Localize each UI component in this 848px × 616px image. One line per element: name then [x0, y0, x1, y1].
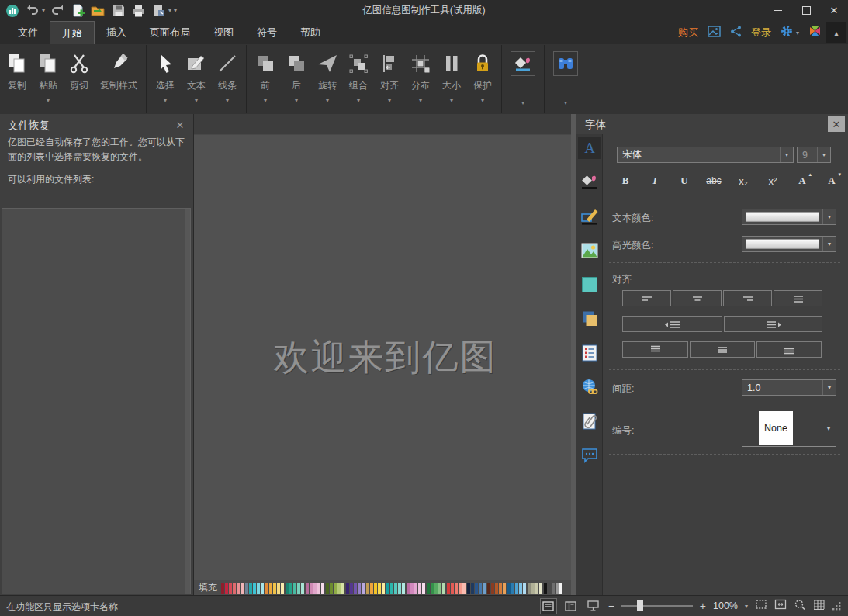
palette-swatch[interactable]	[511, 583, 514, 594]
tab-page-layout[interactable]: 页面布局	[138, 21, 202, 44]
palette-swatch[interactable]	[358, 583, 361, 594]
shrink-font-button[interactable]: A▾	[823, 175, 840, 187]
text-color-dropdown-arrow[interactable]	[822, 209, 836, 224]
sidebar-item-comment[interactable]	[578, 444, 601, 466]
window-resize-grip[interactable]	[832, 601, 842, 611]
palette-swatch[interactable]	[471, 583, 474, 594]
palette-swatch[interactable]	[390, 583, 393, 594]
group-dropdown-arrow[interactable]: ▾	[357, 97, 360, 104]
size-dropdown-arrow[interactable]: ▾	[450, 97, 453, 104]
palette-swatch[interactable]	[414, 583, 417, 594]
file-recovery-list[interactable]	[2, 208, 191, 594]
send-back-dropdown-arrow[interactable]: ▾	[295, 97, 298, 104]
subscript-button[interactable]: x₂	[735, 175, 752, 187]
palette-swatch[interactable]	[451, 583, 454, 594]
vertical-align-bottom-button[interactable]	[756, 341, 822, 358]
bold-button[interactable]: B	[617, 175, 634, 187]
palette-swatch[interactable]	[313, 583, 317, 594]
palette-swatch[interactable]	[422, 583, 425, 594]
find-dropdown-arrow[interactable]: ▾	[564, 99, 567, 106]
palette-swatch[interactable]	[407, 583, 410, 594]
rotate-button[interactable]: 旋转 ▾	[312, 44, 343, 114]
palette-swatch[interactable]	[346, 583, 349, 594]
line-button[interactable]: 线条 ▾	[212, 44, 243, 114]
collapse-ribbon-button[interactable]: ▴	[826, 22, 846, 43]
palette-swatch[interactable]	[317, 583, 320, 594]
sidebar-item-note[interactable]	[578, 341, 601, 364]
format-painter-button[interactable]: 复制样式	[95, 44, 143, 114]
presentation-view-button[interactable]	[586, 599, 601, 614]
italic-button[interactable]: I	[646, 175, 663, 187]
maximize-button[interactable]	[792, 0, 820, 20]
share-icon[interactable]	[730, 26, 742, 40]
palette-swatch[interactable]	[253, 583, 256, 594]
palette-swatch[interactable]	[229, 583, 232, 594]
sidebar-item-shape[interactable]	[578, 273, 601, 296]
palette-swatch[interactable]	[462, 583, 466, 594]
vertical-align-middle-button[interactable]	[690, 341, 755, 358]
file-recovery-close-icon[interactable]: ✕	[173, 119, 187, 132]
font-panel-close-button[interactable]: ✕	[828, 116, 845, 132]
new-file-button[interactable]	[71, 3, 85, 18]
palette-swatch[interactable]	[370, 583, 373, 594]
sidebar-item-attachment[interactable]	[578, 410, 601, 432]
palette-swatch[interactable]	[499, 583, 502, 594]
highlight-color-select[interactable]	[742, 236, 836, 252]
palette-swatch[interactable]	[515, 583, 518, 594]
zoom-out-button[interactable]: −	[608, 600, 614, 611]
palette-swatch[interactable]	[337, 583, 341, 594]
palette-swatch[interactable]	[503, 583, 506, 594]
palette-swatch[interactable]	[286, 583, 289, 594]
group-button[interactable]: 组合 ▾	[343, 44, 374, 114]
increase-indent-button[interactable]	[724, 316, 822, 332]
spacing-dropdown-arrow[interactable]	[822, 380, 836, 395]
minimize-button[interactable]	[764, 0, 792, 20]
palette-swatch[interactable]	[281, 583, 284, 594]
palette-swatch[interactable]	[354, 583, 357, 594]
palette-swatch[interactable]	[378, 583, 381, 594]
canvas-area[interactable]: 欢迎来到亿图 填充	[194, 114, 576, 596]
distribute-dropdown-arrow[interactable]: ▾	[419, 97, 422, 104]
sidebar-item-line[interactable]	[578, 205, 601, 227]
palette-swatch[interactable]	[261, 583, 264, 594]
find-button[interactable]: ▾	[548, 44, 583, 114]
palette-swatch[interactable]	[539, 583, 542, 594]
login-button[interactable]: 登录	[751, 26, 771, 40]
palette-swatch[interactable]	[221, 583, 224, 594]
settings-dropdown-arrow[interactable]: ▾	[796, 29, 799, 36]
palette-swatch[interactable]	[341, 583, 344, 594]
palette-swatch[interactable]	[321, 583, 324, 594]
save-button[interactable]	[111, 3, 126, 18]
tab-file[interactable]: 文件	[6, 21, 50, 44]
palette-swatch[interactable]	[306, 583, 309, 594]
palette-swatch[interactable]	[289, 583, 292, 594]
palette-swatch[interactable]	[455, 583, 458, 594]
sidebar-item-layers[interactable]	[578, 307, 601, 330]
palette-swatch[interactable]	[559, 583, 562, 594]
superscript-button[interactable]: x²	[764, 175, 781, 187]
zoom-slider-thumb[interactable]	[637, 600, 643, 611]
close-button[interactable]: ✕	[820, 0, 848, 20]
size-button[interactable]: 大小 ▾	[436, 44, 467, 114]
align-right-button[interactable]	[723, 290, 772, 306]
zoom-region-icon[interactable]	[794, 599, 806, 614]
paste-button[interactable]: 粘贴 ▾	[33, 44, 64, 114]
tab-view[interactable]: 视图	[202, 21, 245, 44]
palette-swatch[interactable]	[362, 583, 365, 594]
palette-swatch[interactable]	[442, 583, 445, 594]
align-justify-button[interactable]	[774, 290, 822, 306]
decrease-indent-button[interactable]	[622, 316, 722, 332]
undo-dropdown-arrow[interactable]: ▾	[42, 7, 45, 14]
text-dropdown-arrow[interactable]: ▾	[195, 97, 198, 104]
palette-swatch[interactable]	[398, 583, 401, 594]
font-size-select[interactable]: 9	[797, 147, 831, 163]
palette-swatch[interactable]	[438, 583, 441, 594]
palette-swatch[interactable]	[418, 583, 421, 594]
palette-swatch[interactable]	[273, 583, 276, 594]
palette-swatch[interactable]	[297, 583, 300, 594]
settings-gear-icon[interactable]	[781, 25, 793, 40]
palette-swatch[interactable]	[483, 583, 486, 594]
palette-swatch[interactable]	[519, 583, 522, 594]
spacing-select[interactable]: 1.0	[742, 379, 836, 396]
select-dropdown-arrow[interactable]: ▾	[164, 97, 167, 104]
